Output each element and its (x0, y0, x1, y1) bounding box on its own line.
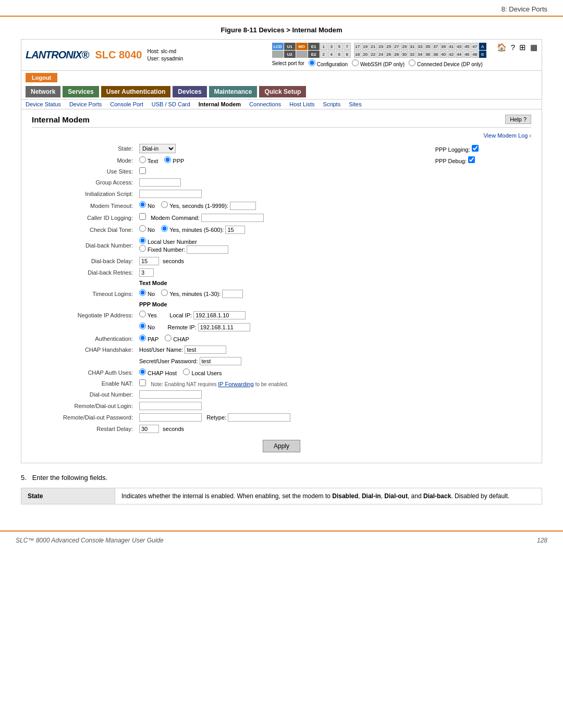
webssh-radio[interactable] (352, 59, 359, 66)
home-icon[interactable]: 🏠 (497, 43, 507, 52)
mode-text-radio[interactable] (139, 156, 146, 163)
timeout-yes-radio[interactable] (161, 289, 168, 296)
dialout-number-input[interactable] (139, 390, 202, 399)
subnav-sites[interactable]: Sites (349, 101, 361, 107)
port-31[interactable]: 31 (409, 43, 416, 50)
port-44[interactable]: 44 (456, 51, 463, 58)
use-sites-checkbox[interactable] (139, 167, 146, 174)
nav-network[interactable]: Network (26, 86, 60, 97)
port-24[interactable]: 24 (377, 51, 385, 58)
retype-input[interactable] (228, 413, 290, 422)
port-36[interactable]: 36 (424, 51, 432, 58)
negotiate-yes-radio[interactable] (139, 311, 146, 317)
secret-password-input[interactable] (200, 357, 241, 365)
modem-command-input[interactable] (201, 214, 264, 222)
local-user-number-label[interactable]: Local User Number (139, 239, 197, 245)
port-30[interactable]: 30 (401, 51, 408, 58)
port-35[interactable]: 35 (424, 43, 432, 50)
port-1[interactable]: 1 (320, 43, 327, 50)
port-7[interactable]: 7 (344, 43, 351, 50)
port-19[interactable]: 19 (362, 43, 369, 50)
nav-devices[interactable]: Devices (173, 86, 206, 97)
check-dial-no-label[interactable]: No (139, 227, 155, 233)
port-3[interactable]: 3 (328, 43, 335, 50)
subnav-usb-sd-card[interactable]: USB / SD Card (152, 101, 190, 107)
port-41[interactable]: 41 (448, 43, 455, 50)
help-icon[interactable]: ? (511, 43, 515, 52)
auth-pap-label[interactable]: PAP (139, 336, 158, 342)
port-29[interactable]: 29 (401, 43, 408, 50)
ppp-logging-label[interactable]: PPP Logging: (435, 146, 479, 153)
timeout-logins-minutes-input[interactable] (222, 290, 243, 298)
local-ip-input[interactable] (193, 311, 246, 319)
port-33[interactable]: 33 (417, 43, 424, 50)
mode-text-label[interactable]: Text (139, 158, 158, 164)
port-20[interactable]: 20 (362, 51, 369, 58)
check-dial-no-radio[interactable] (139, 225, 146, 232)
port-32[interactable]: 32 (409, 51, 416, 58)
dialback-delay-input[interactable] (139, 257, 159, 265)
remote-dialout-password-input[interactable] (139, 413, 202, 422)
layout-icon[interactable]: ⊞ (519, 43, 526, 52)
port-28[interactable]: 28 (393, 51, 400, 58)
port-2[interactable]: 2 (320, 51, 327, 58)
port-40[interactable]: 40 (440, 51, 447, 58)
subnav-device-ports[interactable]: Device Ports (69, 101, 102, 107)
apply-button[interactable]: Apply (263, 440, 300, 452)
modem-timeout-yes-label[interactable]: Yes, seconds (1-9999): (161, 203, 228, 209)
timeout-no-radio[interactable] (139, 289, 146, 296)
mode-ppp-radio[interactable] (164, 156, 171, 163)
ppp-debug-label[interactable]: PPP Debug: (435, 158, 475, 164)
port-34[interactable]: 34 (417, 51, 424, 58)
subnav-internal-modem[interactable]: Internal Modem (199, 101, 241, 107)
nav-quick-setup[interactable]: Quick Setup (259, 86, 306, 97)
nav-user-authentication[interactable]: User Authentication (101, 86, 171, 97)
subnav-device-status[interactable]: Device Status (26, 101, 61, 107)
restart-delay-input[interactable] (139, 425, 159, 433)
check-dial-minutes-input[interactable] (225, 226, 245, 234)
port-25[interactable]: 25 (385, 43, 393, 50)
modem-timeout-no-radio[interactable] (139, 201, 146, 208)
subnav-connections[interactable]: Connections (249, 101, 281, 107)
remote-ip-input[interactable] (198, 323, 250, 331)
check-dial-yes-label[interactable]: Yes, minutes (5-600): (161, 227, 224, 233)
config-radio[interactable] (309, 59, 315, 66)
ip-forwarding-link[interactable]: IP Forwarding (218, 381, 253, 387)
port-17[interactable]: 17 (354, 43, 361, 50)
auth-pap-radio[interactable] (139, 335, 146, 341)
local-users-radio[interactable] (183, 368, 190, 375)
subnav-console-port[interactable]: Console Port (110, 101, 143, 107)
port-37[interactable]: 37 (432, 43, 439, 50)
port-27[interactable]: 27 (393, 43, 400, 50)
port-38[interactable]: 38 (432, 51, 439, 58)
chap-host-radio[interactable] (139, 368, 146, 375)
mode-ppp-label[interactable]: PPP (164, 158, 184, 164)
negotiate-no-label[interactable]: No (139, 324, 155, 330)
port-18[interactable]: 18 (354, 51, 361, 58)
port-39[interactable]: 39 (440, 43, 447, 50)
port-26[interactable]: 26 (385, 51, 393, 58)
timeout-yes-label[interactable]: Yes, minutes (1-30): (161, 291, 221, 297)
logout-button[interactable]: Logout (26, 73, 57, 82)
dialback-retries-input[interactable] (139, 268, 154, 277)
port-43[interactable]: 43 (456, 43, 463, 50)
caller-id-checkbox[interactable] (139, 213, 146, 220)
nav-maintenance[interactable]: Maintenance (209, 86, 258, 97)
port-47[interactable]: 47 (471, 43, 479, 50)
group-access-input[interactable] (139, 178, 181, 187)
ppp-debug-checkbox[interactable] (468, 156, 475, 163)
view-modem-log-link[interactable]: View Modem Log › (483, 132, 531, 139)
webssh-radio-label[interactable]: WebSSH (DP only) (352, 59, 405, 67)
auth-chap-radio[interactable] (165, 335, 172, 341)
modem-timeout-seconds-input[interactable] (230, 202, 256, 210)
port-42[interactable]: 42 (448, 51, 455, 58)
fixed-number-radio[interactable] (139, 245, 146, 252)
fixed-number-input[interactable] (187, 245, 228, 254)
local-user-number-radio[interactable] (139, 237, 146, 244)
chap-host-label[interactable]: CHAP Host (139, 370, 177, 376)
port-48[interactable]: 48 (471, 51, 479, 58)
host-username-input[interactable] (185, 346, 226, 354)
fixed-number-label[interactable]: Fixed Number: (139, 246, 185, 253)
local-users-label[interactable]: Local Users (183, 370, 222, 376)
modem-timeout-no-label[interactable]: No (139, 203, 155, 209)
